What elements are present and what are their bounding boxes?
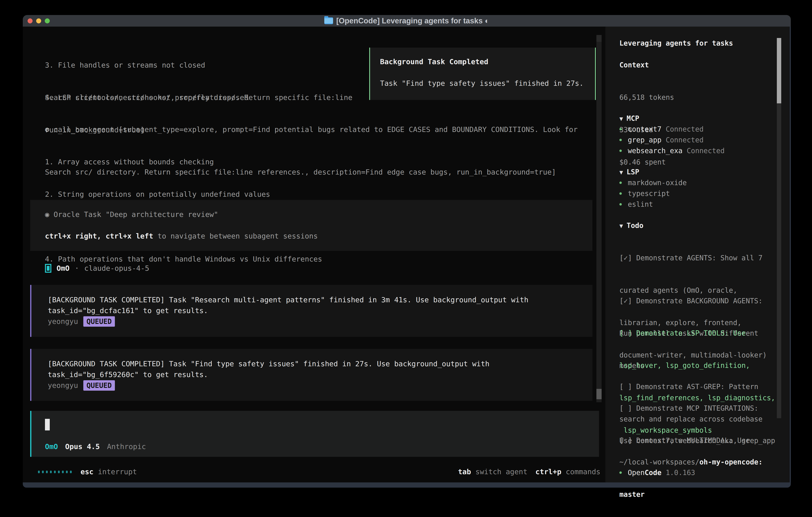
collapse-triangle-icon: ▼ xyxy=(619,222,623,229)
background-task-message: [BACKGROUND TASK COMPLETED] Task "Resear… xyxy=(30,285,592,337)
background-task-message: [BACKGROUND TASK COMPLETED] Task "Find t… xyxy=(30,349,592,401)
status-dot-icon xyxy=(619,139,622,141)
git-branch: master xyxy=(619,489,762,500)
task-message-line: task_id="bg_dcfac161" to get results. xyxy=(48,305,578,316)
keybinding: ctrl+x right, ctrl+x left xyxy=(45,232,153,240)
status-badge: QUEUED xyxy=(83,316,115,327)
tool-call-line: ⚙ call_omo_agent [subagent_type=explore,… xyxy=(45,124,578,135)
toast-title: Background Task Completed xyxy=(380,56,585,67)
task-message-line: [BACKGROUND TASK COMPLETED] Task "Resear… xyxy=(48,295,578,305)
subagent-nav-hint: ctrl+x right, ctrl+x left to navigate be… xyxy=(45,231,578,242)
mcp-list: context7 Connected grep_app Connected we… xyxy=(619,124,725,156)
separator-dot: · xyxy=(75,263,79,274)
task-user: yeongyu xyxy=(48,380,78,391)
maximize-window-button[interactable] xyxy=(45,19,50,23)
toast-body: Task "Find type safety issues" finished … xyxy=(380,78,585,89)
traffic-lights xyxy=(28,19,50,23)
mcp-item: websearch_exa Connected xyxy=(619,145,725,156)
omo-agent-icon xyxy=(45,264,51,273)
gear-icon: ⚙ xyxy=(45,125,49,134)
collapse-triangle-icon: ▼ xyxy=(619,115,623,122)
version-row: OpenCode 1.0.163 xyxy=(619,467,695,478)
active-agent-label: OmO xyxy=(45,441,58,452)
text-cursor xyxy=(45,419,50,430)
sidebar-scrollbar-track[interactable] xyxy=(777,38,781,418)
background-task-toast: Background Task Completed Task "Find typ… xyxy=(369,48,596,100)
window-title: [OpenCode] Leveraging agents for tasks ◐ xyxy=(336,17,489,25)
mcp-item: context7 Connected xyxy=(619,124,725,135)
lsp-list: markdown-oxide typescript eslint xyxy=(619,177,687,210)
todo-section-header[interactable]: ▼Todo xyxy=(619,220,643,231)
task-user: yeongyu xyxy=(48,316,78,327)
status-dot-icon xyxy=(619,192,622,195)
oracle-task-panel: ◉ Oracle Task "Deep architecture review"… xyxy=(30,200,592,251)
active-model-label: Opus 4.5 xyxy=(65,441,100,452)
lsp-item: typescript xyxy=(619,188,687,199)
main-scrollbar-track[interactable] xyxy=(597,35,602,402)
status-bar: esc interrupt tab switch agent ctrl+p co… xyxy=(38,466,601,477)
agent-name: OmO xyxy=(57,263,69,274)
main-scrollbar-top-segment xyxy=(597,35,602,42)
status-dot-icon xyxy=(619,203,622,206)
task-message-line: task_id="bg_6f59260c" to get results. xyxy=(48,369,578,380)
session-title: Leveraging agents for tasks xyxy=(619,38,733,49)
tab-key-label: switch agent xyxy=(475,466,527,477)
main-scrollbar-thumb[interactable] xyxy=(597,389,602,399)
folder-icon xyxy=(324,18,333,24)
window-titlebar[interactable]: [OpenCode] Leveraging agents for tasks ◐ xyxy=(23,15,791,27)
status-dot-icon xyxy=(619,182,622,184)
output-line: Search src/tools/, src/hooks/, src/featu… xyxy=(45,92,352,103)
output-line: 2. String operations on potentially unde… xyxy=(45,189,578,200)
context-spent: $0.46 spent xyxy=(619,157,674,167)
working-spinner-dots xyxy=(38,471,72,473)
task-message-line: [BACKGROUND TASK COMPLETED] Task "Find t… xyxy=(48,358,578,369)
ctrlp-key-label: commands xyxy=(566,466,601,477)
close-window-button[interactable] xyxy=(28,19,33,23)
collapse-triangle-icon: ▼ xyxy=(619,169,623,176)
minimize-window-button[interactable] xyxy=(36,19,41,23)
lsp-section-header[interactable]: ▼LSP xyxy=(619,166,639,178)
ctrlp-key-hint: ctrl+p xyxy=(535,466,561,477)
session-sidebar: Leveraging agents for tasks Context 66,5… xyxy=(605,27,789,483)
output-line: 1. Array access without bounds checking xyxy=(45,157,578,167)
esc-key-label: interrupt xyxy=(98,466,137,477)
oracle-task-line: ◉ Oracle Task "Deep architecture review" xyxy=(45,209,578,220)
context-tokens: 66,518 tokens xyxy=(619,92,674,103)
mcp-item: grep_app Connected xyxy=(619,135,725,145)
prompt-input[interactable]: OmO Opus 4.5 Anthropic xyxy=(30,411,599,457)
esc-key-hint: esc xyxy=(81,466,93,477)
status-badge: QUEUED xyxy=(83,380,115,391)
provider-label: Anthropic xyxy=(107,441,146,452)
agent-model: claude-opus-4-5 xyxy=(84,263,149,274)
status-dot-icon xyxy=(619,471,622,474)
sidebar-scrollbar-thumb[interactable] xyxy=(777,38,781,103)
app-version: 1.0.163 xyxy=(666,467,695,478)
app-name: Open xyxy=(628,467,644,478)
tab-key-hint: tab xyxy=(458,466,471,477)
window-bottom-edge xyxy=(23,483,791,488)
lsp-item: markdown-oxide xyxy=(619,177,687,188)
lsp-item: eslint xyxy=(619,199,687,210)
output-line: 3. File handles or streams not closed xyxy=(45,60,249,71)
status-dot-icon xyxy=(619,149,622,152)
mcp-section-header[interactable]: ▼MCP xyxy=(619,113,639,124)
status-dot-icon xyxy=(619,128,622,130)
search-directory-line: Search src/ directory. Return specific f… xyxy=(45,167,556,178)
context-heading: Context xyxy=(619,60,649,71)
agent-header: OmO · claude-opus-4-5 xyxy=(45,263,149,274)
